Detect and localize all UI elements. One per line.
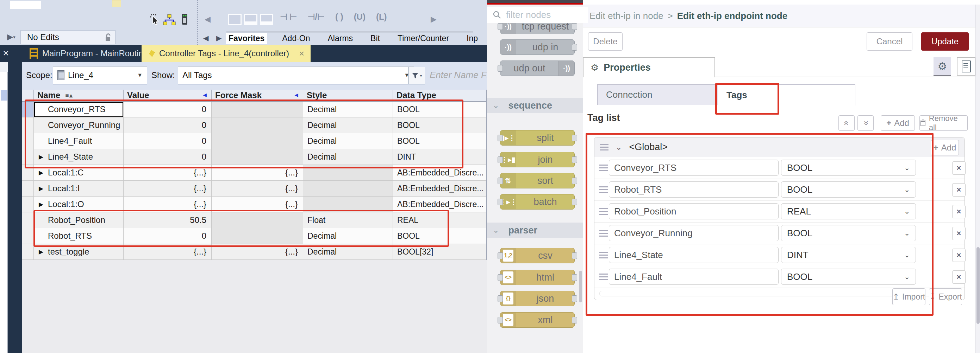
tag-name-input[interactable] bbox=[609, 203, 779, 219]
tray-scrollbar-thumb[interactable] bbox=[977, 247, 980, 324]
tag-name-cell[interactable]: Conveyor_Running bbox=[34, 117, 124, 133]
palette-forward-icon[interactable]: ▶ bbox=[431, 15, 437, 24]
palette-search[interactable]: filter nodes bbox=[487, 7, 588, 23]
instruction-tab[interactable]: Inp bbox=[464, 33, 480, 44]
node-properties-icon-button[interactable]: ⚙ bbox=[934, 57, 951, 76]
drag-handle-icon[interactable] bbox=[599, 165, 608, 171]
remove-tag-button[interactable]: × bbox=[952, 271, 966, 284]
force-mask-cell[interactable] bbox=[212, 101, 303, 117]
tag-value-cell[interactable]: 0 bbox=[124, 101, 212, 117]
row-selector-cell[interactable] bbox=[22, 133, 34, 149]
table-row[interactable]: Conveyor_RTS 0 Decimal BOOL bbox=[22, 101, 486, 117]
instruction-icon[interactable]: ⊣ ⊢ bbox=[280, 12, 297, 22]
scope-select[interactable]: Line_4 ▼ bbox=[53, 66, 147, 84]
tag-name-cell[interactable]: ▶ Local:1:C bbox=[34, 165, 124, 181]
tag-name-cell[interactable]: Line4_Fault bbox=[34, 133, 124, 149]
table-row[interactable]: ▶ test_toggle {...} {...} Decimal BOOL[3… bbox=[22, 244, 486, 260]
tag-name-input[interactable] bbox=[609, 181, 779, 198]
tag-value-cell[interactable]: {...} bbox=[124, 244, 212, 260]
data-type-cell[interactable]: BOOL bbox=[393, 133, 486, 149]
table-row[interactable]: ▶ Local:1:O {...} {...} AB:Embedded_Disc… bbox=[22, 196, 486, 212]
palette-node-html[interactable]: <> html bbox=[500, 270, 575, 285]
row-selector-cell[interactable] bbox=[22, 165, 34, 181]
data-type-cell[interactable]: BOOL bbox=[393, 228, 486, 244]
table-row[interactable]: Robot_RTS 0 Decimal BOOL bbox=[22, 228, 486, 244]
tag-type-select[interactable]: BOOL ⌄ bbox=[781, 160, 916, 176]
instruction-tab[interactable]: Bit bbox=[368, 33, 383, 44]
tag-name-input[interactable] bbox=[609, 247, 779, 263]
tag-type-select[interactable]: BOOL ⌄ bbox=[781, 181, 916, 198]
force-mask-cell[interactable] bbox=[212, 117, 303, 133]
close-pane-icon[interactable]: × bbox=[3, 47, 9, 59]
instruction-icon[interactable]: ⊣/⊢ bbox=[307, 12, 324, 22]
tab-mainprogram-mainroutine[interactable]: MainProgram - MainRoutine bbox=[22, 45, 156, 62]
group-add-button[interactable]: +Add bbox=[931, 140, 959, 155]
palette-node-json[interactable]: {} json bbox=[500, 291, 575, 306]
tab-scroll-arrows[interactable]: ◀ ▶ bbox=[203, 34, 224, 42]
instruction-tab[interactable]: Alarms bbox=[325, 33, 356, 44]
run-mode-dropdown-button[interactable]: ▶▾ bbox=[4, 30, 18, 44]
force-mask-cell[interactable]: {...} bbox=[212, 196, 303, 212]
style-cell[interactable] bbox=[303, 196, 393, 212]
edits-status-field[interactable]: No Edits bbox=[21, 30, 116, 44]
table-row[interactable]: ▶ Line4_State 0 Decimal DINT bbox=[22, 149, 486, 165]
name-filter-placeholder[interactable]: Enter Name Filt bbox=[430, 70, 493, 81]
column-header-value[interactable]: Value ◄ bbox=[124, 90, 212, 101]
row-selector-cell[interactable] bbox=[22, 101, 34, 117]
tab-controller-tags[interactable]: Controller Tags - Line_4(controller) × bbox=[142, 45, 310, 62]
select-tool-icon[interactable] bbox=[149, 13, 159, 26]
force-mask-cell[interactable]: {...} bbox=[212, 165, 303, 181]
close-tab-icon[interactable]: × bbox=[299, 48, 304, 59]
table-row[interactable]: Line4_Fault 0 Decimal BOOL bbox=[22, 133, 486, 149]
tag-value-cell[interactable]: 0 bbox=[124, 228, 212, 244]
tag-type-select[interactable]: REAL ⌄ bbox=[781, 203, 916, 219]
row-selector-cell[interactable] bbox=[22, 181, 34, 196]
tag-name-cell[interactable]: Robot_RTS bbox=[34, 228, 124, 244]
tag-name-cell[interactable]: ▶ Local:1:O bbox=[34, 196, 124, 212]
palette-back-icon[interactable]: ◀ bbox=[205, 15, 211, 24]
palette-category-sequence[interactable]: ⌄ sequence bbox=[487, 98, 588, 113]
palette-category-parser[interactable]: ⌄ parser bbox=[487, 223, 588, 238]
breadcrumb-parent[interactable]: Edit eth-ip in node bbox=[589, 11, 663, 21]
drag-handle-icon[interactable] bbox=[600, 144, 608, 150]
filter-button[interactable]: ▾ bbox=[409, 67, 425, 84]
drag-handle-icon[interactable] bbox=[599, 230, 608, 237]
tag-value-cell[interactable]: 0 bbox=[124, 149, 212, 165]
force-mask-cell[interactable]: {...} bbox=[212, 244, 303, 260]
data-type-cell[interactable]: AB:Embedded_Discre... bbox=[393, 165, 486, 181]
data-type-cell[interactable]: AB:Embedded_Discre... bbox=[393, 181, 486, 196]
show-select[interactable]: All Tags ▼ bbox=[178, 66, 414, 84]
style-cell[interactable]: Decimal bbox=[303, 117, 393, 133]
expand-all-button[interactable]: « bbox=[858, 115, 873, 131]
tag-name-cell[interactable]: ▶ test_toggle bbox=[34, 244, 124, 260]
collapse-all-button[interactable]: « bbox=[838, 115, 854, 131]
tray-scrollbar[interactable] bbox=[975, 5, 980, 353]
selected-tree-item[interactable] bbox=[1, 90, 7, 101]
tag-type-select[interactable]: BOOL ⌄ bbox=[781, 269, 916, 285]
tag-name-input[interactable] bbox=[609, 160, 779, 176]
force-mask-cell[interactable]: {...} bbox=[212, 181, 303, 196]
tag-name-input[interactable] bbox=[609, 225, 779, 241]
palette-node-udp-in[interactable]: ·)) udp in bbox=[500, 40, 575, 55]
data-type-cell[interactable]: DINT bbox=[393, 149, 486, 165]
instruction-icon[interactable]: ( ) bbox=[335, 12, 343, 22]
data-type-cell[interactable]: REAL bbox=[393, 212, 486, 228]
tag-value-cell[interactable]: {...} bbox=[124, 165, 212, 181]
drag-handle-icon[interactable] bbox=[599, 252, 608, 258]
tab-properties[interactable]: ⚙ Properties bbox=[583, 57, 715, 78]
style-cell[interactable]: Decimal bbox=[303, 133, 393, 149]
style-cell[interactable]: Float bbox=[303, 212, 393, 228]
column-header-force-mask[interactable]: Force Mask ◄ bbox=[212, 90, 303, 101]
tag-name-cell[interactable]: Conveyor_RTS bbox=[34, 101, 124, 117]
tag-value-cell[interactable]: {...} bbox=[124, 181, 212, 196]
palette-node-udp-out[interactable]: ·)) udp out bbox=[500, 60, 575, 76]
tag-value-cell[interactable]: 0 bbox=[124, 117, 212, 133]
palette-scrollbar-thumb[interactable] bbox=[579, 271, 582, 302]
data-type-cell[interactable]: AB:Embedded_Discre... bbox=[393, 196, 486, 212]
expand-caret-icon[interactable]: ▶ bbox=[39, 185, 48, 192]
row-selector-cell[interactable] bbox=[22, 212, 34, 228]
tab-connection[interactable]: Connection bbox=[597, 84, 727, 105]
column-header-name[interactable]: Name ≡▴ bbox=[34, 90, 124, 101]
row-selector-cell[interactable] bbox=[22, 244, 34, 260]
remove-tag-button[interactable]: × bbox=[952, 249, 966, 262]
